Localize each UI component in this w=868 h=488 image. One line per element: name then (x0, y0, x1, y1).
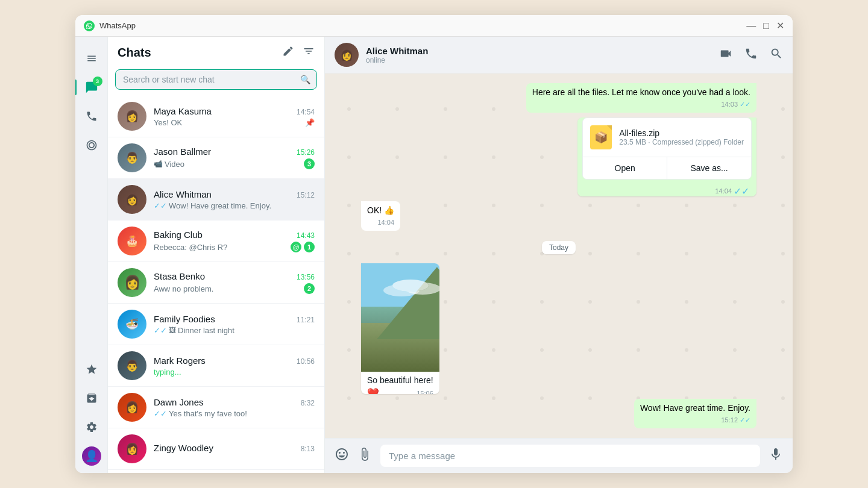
file-details: All-files.zip 23.5 MB · Compressed (zipp… (619, 128, 744, 146)
chat-time-stasa: 13:56 (297, 273, 315, 281)
message-m4: So beautiful here! ❤️ 15:06 (361, 263, 439, 394)
maximize-button[interactable]: □ (763, 21, 769, 31)
chat-info-alice: Alice Whitman 15:12 ✓✓ Wow! Have great t… (154, 189, 315, 210)
chat-search-icon[interactable] (770, 47, 783, 63)
chat-item-stasa[interactable]: 👩 Stasa Benko 13:56 Aww no problem. 2 (108, 262, 324, 304)
chat-item-dawn[interactable]: 👩 Dawn Jones 8:32 ✓✓ Yes that's my fave … (108, 387, 324, 428)
close-button[interactable]: ✕ (776, 21, 784, 31)
nav-archive-icon[interactable] (80, 386, 104, 410)
avatar-jason: 👨 (118, 143, 146, 172)
chat-preview-baking: Rebecca: @Chris R? (154, 243, 227, 252)
nav-status-icon[interactable] (80, 133, 104, 157)
avatar-family: 🍜 (118, 310, 146, 339)
chat-header-info: Alice Whitman online (366, 46, 719, 64)
message-image-m4 (361, 263, 439, 372)
chat-list-panel: Chats 🔍 (108, 37, 325, 473)
chat-item-zingy[interactable]: 👩 Zingy Woodley 8:13 (108, 428, 324, 470)
file-message-ticks: ✓✓ (734, 186, 749, 196)
chat-item-alice[interactable]: 👩 Alice Whitman 15:12 ✓✓ Wow! Have great… (108, 179, 324, 221)
unread-badge-jason: 3 (304, 158, 315, 169)
messages-area: Here are all the files. Let me know once… (325, 74, 793, 438)
side-nav: 3 👤 (75, 37, 108, 473)
chat-list: 👩 Maya Kasuma 14:54 Yes! OK 📌 (108, 96, 324, 473)
nav-settings-icon[interactable] (80, 415, 104, 439)
avatar-zingy: 👩 (118, 434, 146, 463)
chat-info-zingy: Zingy Woodley 8:13 (154, 443, 315, 455)
chat-item-family[interactable]: 🍜 Family Foodies 11:21 ✓✓ 🖼 Dinner last … (108, 304, 324, 345)
file-card: 📦 All-files.zip 23.5 MB · Compressed (zi… (582, 117, 752, 180)
mention-badge-baking: @ (291, 242, 301, 252)
chat-name-maya: Maya Kasuma (154, 106, 212, 116)
chat-info-baking: Baking Club 14:43 Rebecca: @Chris R? @ 1 (154, 230, 315, 252)
date-divider-today: Today (361, 242, 756, 252)
chat-info-stasa: Stasa Benko 13:56 Aww no problem. 2 (154, 271, 315, 294)
emoji-icon[interactable] (335, 447, 349, 465)
chat-item-mark[interactable]: 👨 Mark Rogers 10:56 typing... (108, 345, 324, 387)
message-m1: Here are all the files. Let me know once… (526, 83, 756, 113)
chat-time-zingy: 8:13 (301, 445, 315, 453)
message-text-m1: Here are all the files. Let me know once… (532, 87, 750, 97)
header-icons (282, 45, 315, 60)
chat-preview-jason: 📹 Video (154, 160, 184, 169)
window-controls: — □ ✕ (746, 21, 784, 31)
image-reaction-m4[interactable]: ❤️ (367, 387, 379, 394)
chat-name-stasa: Stasa Benko (154, 271, 205, 281)
date-divider-label: Today (542, 241, 576, 254)
chat-header-actions (719, 47, 783, 63)
app-logo-icon (84, 20, 95, 31)
nav-chats-icon[interactable]: 3 (80, 75, 104, 99)
chat-info-mark: Mark Rogers 10:56 typing... (154, 355, 315, 377)
message-m3: OK! 👍 14:04 (361, 201, 400, 231)
chat-time-dawn: 8:32 (301, 399, 315, 407)
video-call-icon[interactable] (719, 47, 732, 63)
chat-item-maya[interactable]: 👩 Maya Kasuma 14:54 Yes! OK 📌 (108, 96, 324, 137)
filter-icon[interactable] (303, 45, 315, 60)
image-caption-m4: So beautiful here! (361, 372, 439, 387)
input-bar (325, 438, 793, 473)
chat-header-status: online (366, 56, 719, 64)
search-input-wrap: 🔍 (115, 69, 317, 90)
pin-icon-maya: 📌 (305, 118, 315, 127)
chat-name-zingy: Zingy Woodley (154, 443, 213, 453)
chat-name-dawn: Dawn Jones (154, 397, 204, 407)
chat-time-jason: 15:26 (297, 148, 315, 157)
chat-info-maya: Maya Kasuma 14:54 Yes! OK 📌 (154, 106, 315, 127)
chat-header-name: Alice Whitman (366, 46, 719, 56)
chat-item-jason[interactable]: 👨 Jason Ballmer 15:26 📹 Video 3 (108, 137, 324, 179)
user-avatar[interactable]: 👤 (82, 446, 101, 466)
chat-window: 👩 Alice Whitman online (325, 37, 793, 473)
chat-item-baking[interactable]: 🎂 Baking Club 14:43 Rebecca: @Chris R? @… (108, 221, 324, 262)
message-input[interactable] (380, 445, 760, 467)
nav-calls-icon[interactable] (80, 104, 104, 128)
attachment-icon[interactable] (357, 447, 372, 465)
voice-call-icon[interactable] (744, 47, 758, 63)
file-save-button[interactable]: Save as... (667, 157, 751, 179)
file-type-icon: 📦 (590, 125, 612, 149)
title-bar: WhatsApp — □ ✕ (75, 15, 793, 37)
message-m2: 📦 All-files.zip 23.5 MB · Compressed (zi… (577, 117, 756, 196)
file-open-button[interactable]: Open (583, 157, 667, 179)
chat-name-mark: Mark Rogers (154, 355, 206, 366)
avatar-alice: 👩 (118, 185, 146, 214)
file-meta: 23.5 MB · Compressed (zipped) Folder (619, 138, 744, 146)
nav-menu-icon[interactable] (80, 46, 104, 70)
message-time-m5: 15:12 (721, 416, 738, 425)
chat-preview-maya: Yes! OK (154, 118, 182, 127)
chat-header-avatar[interactable]: 👩 (335, 43, 359, 67)
message-ticks-m5: ✓✓ (740, 416, 750, 425)
minimize-button[interactable]: — (746, 21, 756, 31)
nav-starred-icon[interactable] (80, 357, 104, 381)
microphone-icon[interactable] (769, 447, 783, 465)
chat-time-baking: 14:43 (297, 231, 315, 240)
new-chat-icon[interactable] (282, 45, 294, 60)
chat-time-mark: 10:56 (297, 357, 315, 366)
chat-preview-stasa: Aww no problem. (154, 284, 213, 293)
avatar-maya: 👩 (118, 102, 146, 131)
avatar-mark: 👨 (118, 351, 146, 380)
search-icon: 🔍 (294, 75, 316, 84)
avatar-stasa: 👩 (118, 268, 146, 297)
chat-name-baking: Baking Club (154, 230, 203, 240)
chat-time-alice: 15:12 (297, 191, 315, 199)
avatar-dawn: 👩 (118, 393, 146, 422)
search-input[interactable] (116, 70, 294, 89)
